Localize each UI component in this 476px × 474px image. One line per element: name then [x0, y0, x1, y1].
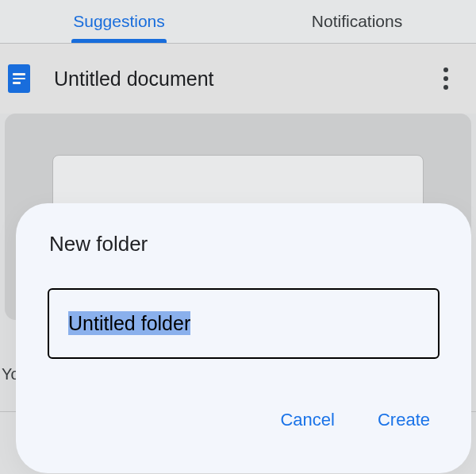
dialog-button-row: Cancel Create — [48, 410, 440, 430]
folder-name-value: Untitled folder — [68, 311, 190, 335]
document-row[interactable]: Untitled document — [0, 44, 476, 114]
tab-suggestions[interactable]: Suggestions — [0, 0, 238, 43]
tab-notifications-label: Notifications — [312, 12, 402, 31]
new-folder-dialog: New folder Untitled folder Cancel Create — [16, 203, 471, 473]
tab-bar: Suggestions Notifications — [0, 0, 476, 44]
dialog-title: New folder — [48, 232, 440, 256]
more-options-icon[interactable] — [430, 63, 462, 94]
tab-notifications[interactable]: Notifications — [238, 0, 476, 43]
folder-name-input[interactable]: Untitled folder — [48, 288, 440, 359]
docs-file-icon — [8, 64, 30, 93]
cancel-button[interactable]: Cancel — [280, 410, 334, 430]
tab-suggestions-label: Suggestions — [73, 12, 165, 31]
create-button[interactable]: Create — [378, 410, 430, 430]
document-title: Untitled document — [54, 67, 430, 91]
